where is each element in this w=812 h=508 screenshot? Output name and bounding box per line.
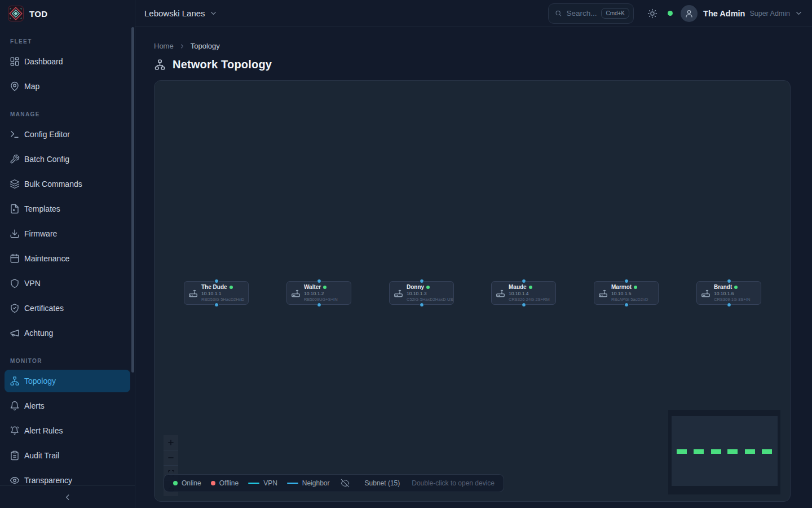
sidebar-item-config-editor[interactable]: Config Editor bbox=[5, 123, 130, 146]
search-icon bbox=[555, 9, 562, 17]
sidebar-item-label: Dashboard bbox=[24, 57, 63, 66]
sidebar-item-label: Templates bbox=[24, 204, 60, 213]
node-handle-top[interactable] bbox=[522, 279, 526, 283]
sidebar-item-audit-trail[interactable]: Audit Trail bbox=[5, 444, 130, 467]
node-handle-top[interactable] bbox=[727, 279, 731, 283]
node-handle-bottom[interactable] bbox=[522, 303, 526, 307]
zoom-in-button[interactable] bbox=[164, 435, 178, 450]
sidebar-item-dashboard[interactable]: Dashboard bbox=[5, 50, 130, 73]
connection-status-dot bbox=[668, 11, 673, 16]
canvas-legend: Online Offline VPN Neighbor Subnet (15) … bbox=[164, 474, 504, 492]
topology-node[interactable]: Maude 10.10.1.4 CRS326-24G-2S+RM bbox=[491, 281, 556, 305]
sidebar-collapse-button[interactable] bbox=[0, 485, 135, 508]
topology-node[interactable]: Donny 10.10.1.3 C52iG-5HaxD2HaxD-US bbox=[389, 281, 454, 305]
sidebar-item-map[interactable]: Map bbox=[5, 75, 130, 98]
online-dot bbox=[173, 481, 178, 485]
sidebar-item-alerts[interactable]: Alerts bbox=[5, 395, 130, 417]
router-icon bbox=[496, 288, 505, 298]
node-name: Marmot bbox=[611, 284, 632, 291]
sidebar-item-templates[interactable]: Templates bbox=[5, 198, 130, 220]
sidebar-item-vpn[interactable]: VPN bbox=[5, 272, 130, 295]
legend-hint: Double-click to open device bbox=[412, 479, 495, 487]
topology-node[interactable]: The Dude 10.10.1.1 RBD53iG-5HacD2HnD bbox=[184, 281, 249, 305]
minimap[interactable] bbox=[668, 410, 780, 494]
sidebar-scrollbar[interactable] bbox=[131, 27, 134, 373]
breadcrumb-current: Topology bbox=[191, 42, 220, 50]
breadcrumb: Home Topology bbox=[154, 42, 791, 50]
shield-icon bbox=[10, 278, 20, 288]
node-status-dot bbox=[634, 286, 637, 289]
node-handle-top[interactable] bbox=[214, 279, 219, 283]
minus-icon bbox=[167, 454, 175, 462]
sidebar-item-bulk-commands[interactable]: Bulk Commands bbox=[5, 173, 130, 195]
user-role: Super Admin bbox=[749, 10, 790, 17]
topology-node[interactable]: Brandt 10.10.1.6 CRS309-1G-8S+IN bbox=[696, 281, 761, 305]
breadcrumb-home[interactable]: Home bbox=[154, 42, 174, 50]
sidebar-item-transparency[interactable]: Transparency bbox=[5, 469, 130, 485]
node-model: CRS309-1G-8S+IN bbox=[714, 297, 750, 302]
sidebar-item-label: Alerts bbox=[24, 401, 45, 410]
bell-icon bbox=[10, 401, 20, 411]
topology-node[interactable]: Marmot 10.10.1.5 RBcAPGi-5acD2nD bbox=[594, 281, 659, 305]
node-handle-top[interactable] bbox=[317, 279, 321, 283]
node-ip: 10.10.1.4 bbox=[509, 291, 550, 296]
sidebar-section-fleet: FLEET bbox=[5, 27, 130, 50]
node-name: Maude bbox=[509, 284, 527, 291]
node-ip: 10.10.1.3 bbox=[407, 291, 450, 296]
sidebar-item-label: Transparency bbox=[24, 476, 72, 485]
sidebar-item-batch-config[interactable]: Batch Config bbox=[5, 148, 130, 170]
toggle-labels-button[interactable] bbox=[341, 479, 350, 488]
node-status-dot bbox=[426, 286, 430, 289]
sidebar-item-label: Certificates bbox=[24, 304, 64, 313]
sidebar-item-achtung[interactable]: Achtung bbox=[5, 322, 130, 344]
minimap-node bbox=[745, 449, 755, 454]
node-ip: 10.10.1.6 bbox=[714, 291, 750, 296]
minimap-node bbox=[711, 449, 721, 454]
minimap-node bbox=[677, 449, 687, 454]
topology-canvas[interactable]: The Dude 10.10.1.1 RBD53iG-5HacD2HnD Wal… bbox=[154, 80, 791, 502]
topology-node[interactable]: Walter 10.10.1.2 RB5009UG+S+IN bbox=[286, 281, 351, 305]
sidebar-item-certificates[interactable]: Certificates bbox=[5, 297, 130, 319]
sun-icon bbox=[647, 8, 657, 19]
sidebar-item-alert-rules[interactable]: Alert Rules bbox=[5, 419, 130, 442]
sidebar-item-firmware[interactable]: Firmware bbox=[5, 222, 130, 245]
node-handle-bottom[interactable] bbox=[624, 303, 629, 307]
sidebar-item-maintenance[interactable]: Maintenance bbox=[5, 247, 130, 270]
node-ip: 10.10.1.2 bbox=[304, 291, 338, 296]
node-handle-top[interactable] bbox=[420, 279, 424, 283]
sidebar-item-label: Maintenance bbox=[24, 254, 69, 263]
topology-icon bbox=[154, 59, 166, 71]
sidebar-section-manage: MANAGE bbox=[5, 100, 130, 123]
sidebar-item-label: Config Editor bbox=[24, 130, 70, 139]
node-handle-bottom[interactable] bbox=[214, 303, 219, 307]
minimap-node bbox=[762, 449, 772, 454]
zoom-out-button[interactable] bbox=[164, 450, 178, 466]
sidebar-item-topology[interactable]: Topology bbox=[5, 370, 130, 392]
bell-ring-icon bbox=[10, 426, 20, 436]
chevron-left-icon bbox=[63, 493, 72, 502]
sidebar-item-label: Audit Trail bbox=[24, 451, 59, 460]
theme-toggle-button[interactable] bbox=[647, 8, 657, 19]
node-handle-top[interactable] bbox=[624, 279, 629, 283]
sidebar-nav: FLEET Dashboard Map MANAGE Config Editor… bbox=[0, 27, 135, 485]
sidebar-item-label: VPN bbox=[24, 279, 41, 288]
download-icon bbox=[10, 229, 20, 239]
node-status-dot bbox=[323, 286, 326, 289]
node-handle-bottom[interactable] bbox=[317, 303, 321, 307]
workspace-selector[interactable]: Lebowski Lanes bbox=[144, 8, 218, 18]
topbar-right: Search... Cmd+K The Admin Super Admin bbox=[548, 3, 803, 24]
user-menu-button[interactable] bbox=[795, 9, 803, 17]
router-icon bbox=[394, 288, 403, 298]
sidebar-item-label: Alert Rules bbox=[24, 426, 63, 435]
sidebar-item-label: Bulk Commands bbox=[24, 179, 82, 189]
eye-off-icon bbox=[341, 479, 350, 488]
page-title: Network Topology bbox=[173, 58, 272, 71]
layers-icon bbox=[10, 179, 20, 189]
sidebar-item-label: Topology bbox=[24, 376, 56, 386]
node-handle-bottom[interactable] bbox=[727, 303, 731, 307]
search-input[interactable]: Search... Cmd+K bbox=[548, 3, 634, 24]
node-model: RB5009UG+S+IN bbox=[304, 297, 338, 302]
avatar[interactable] bbox=[681, 5, 698, 22]
node-model: CRS326-24G-2S+RM bbox=[509, 297, 550, 302]
node-handle-bottom[interactable] bbox=[420, 303, 424, 307]
